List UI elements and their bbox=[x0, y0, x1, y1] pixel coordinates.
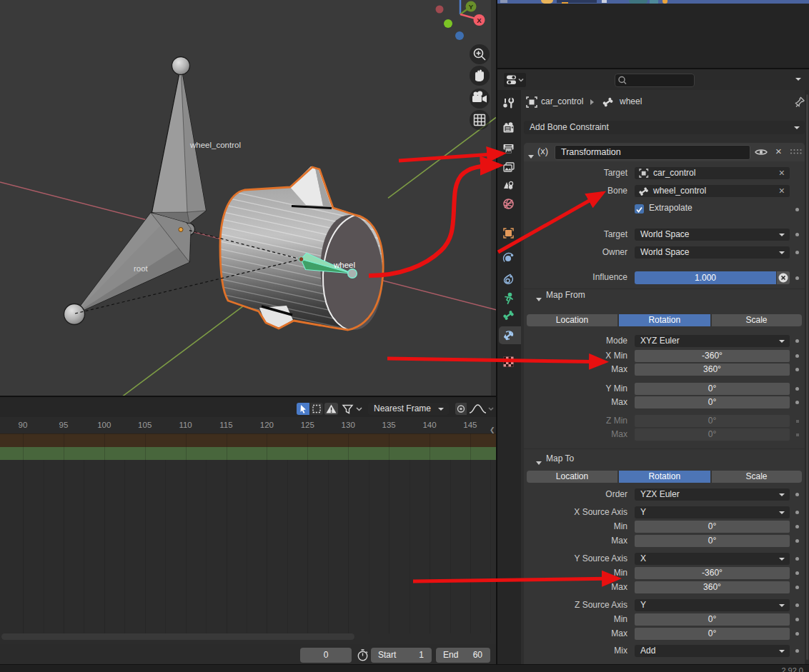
svg-text:X: X bbox=[477, 16, 482, 24]
svg-text:wheel: wheel bbox=[333, 261, 355, 269]
svg-text:Y: Y bbox=[469, 3, 474, 11]
svg-text:wheel_control: wheel_control bbox=[189, 141, 241, 149]
svg-text:root: root bbox=[134, 264, 149, 273]
